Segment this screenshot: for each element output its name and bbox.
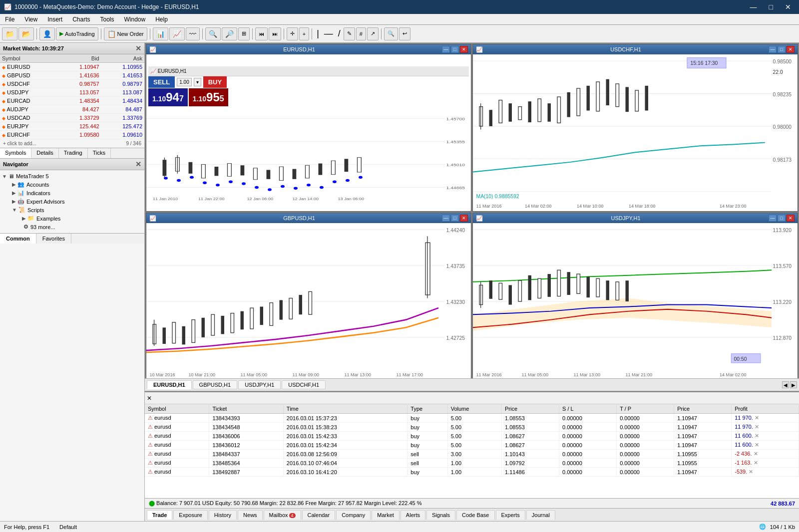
toolbar-scroll-right[interactable]: ⏭ [269,27,281,40]
trade-row[interactable]: ⚠eurusd 138492887 2016.03.10 16:41:20 bu… [145,468,799,477]
mw-tab-details[interactable]: Details [31,148,59,158]
chart-usdjpy-min[interactable]: — [769,215,777,222]
bottom-tab-signals[interactable]: Signals [426,510,455,520]
trade-close-btn[interactable]: ✕ [755,415,759,421]
chart-eurusd-close[interactable]: ✕ [460,46,468,53]
bottom-tab-codebase[interactable]: Code Base [456,510,494,520]
nav-tab-common[interactable]: Common [0,234,36,244]
close-button[interactable]: ✕ [781,2,795,12]
mw-row[interactable]: ◆ USDJPY 113.057 113.087 [0,88,144,97]
bottom-tab-exposure[interactable]: Exposure [173,510,207,520]
trade-row[interactable]: ⚠eurusd 138436006 2016.03.01 15:42:33 bu… [145,432,799,441]
chart-eurusd-max[interactable]: □ [451,46,459,53]
mw-row[interactable]: ◆ USDCHF 0.98757 0.98797 [0,80,144,88]
chart-gbpusd-close[interactable]: ✕ [460,215,468,222]
trade-close-btn[interactable]: ✕ [755,433,759,439]
chart-tab-usdchf[interactable]: USDCHF,H1 [282,380,326,389]
toolbar-search[interactable]: 🔍 [384,27,398,40]
mw-row[interactable]: ◆ GBPUSD 1.41636 1.41653 [0,71,144,80]
chart-tab-next[interactable]: ▶ [790,381,797,388]
mw-row[interactable]: ◆ EURCAD 1.48354 1.48434 [0,97,144,105]
chart-gbpusd-min[interactable]: — [442,215,450,222]
trade-close-btn[interactable]: ✕ [749,469,753,475]
chart-usdjpy-body[interactable]: 113.920 113.570 113.220 112.870 [473,223,798,378]
mw-row[interactable]: ◆ EURJPY 125.442 125.472 [0,122,144,131]
navigator-close[interactable]: ✕ [135,160,141,168]
mw-row[interactable]: ◆ USDCAD 1.33729 1.33769 [0,114,144,122]
menu-window[interactable]: Window [119,15,151,24]
trade-close-btn[interactable]: ✕ [755,442,759,448]
toolbar-new-chart[interactable]: 📁 [2,27,17,40]
nav-experts[interactable]: ▶ 🤖 Expert Advisors [12,197,142,206]
chart-tab-usdjpy[interactable]: USDJPY,H1 [238,380,281,389]
sell-button[interactable]: SELL [148,76,175,88]
toolbar-autotrading[interactable]: ▶ AutoTrading [56,27,98,40]
bottom-tab-history[interactable]: History [209,510,237,520]
buy-button[interactable]: BUY [203,76,227,88]
mw-row[interactable]: ◆ EURCHF 1.09580 1.09610 [0,131,144,139]
mw-tab-symbols[interactable]: Symbols [0,148,31,158]
trade-close-btn[interactable]: ✕ [754,460,758,466]
maximize-button[interactable]: □ [765,2,777,12]
toolbar-draw2[interactable]: # [356,27,366,40]
toolbar-profiles[interactable]: 👤 [39,27,55,40]
nav-tab-favorites[interactable]: Favorites [36,234,71,244]
toolbar-zoom-out[interactable]: 🔎 [222,27,237,40]
mw-tab-ticks[interactable]: Ticks [88,148,111,158]
trade-row[interactable]: ⚠eurusd 138434393 2016.03.01 15:37:23 bu… [145,414,799,423]
mw-row[interactable]: ◆ EURUSD 1.10947 1.10955 [0,63,144,71]
nav-root[interactable]: ▼ 🖥 MetaTrader 5 [2,172,142,180]
chart-usdchf-body[interactable]: 0.98500 0.98235 0.98000 0.98173 [473,54,798,211]
toolbar-chart-type2[interactable]: 📈 [169,27,185,40]
nav-indicators[interactable]: ▶ 📊 Indicators [12,189,142,197]
toolbar-chart-grid[interactable]: ⊞ [238,27,250,40]
toolbar-fibo[interactable]: ↗ [367,27,379,40]
toolbar-chart-type1[interactable]: 📊 [153,27,168,40]
chart-gbpusd-body[interactable]: 1.44240 1.43735 1.43230 1.42725 [146,223,471,378]
chart-usdjpy-max[interactable]: □ [778,215,786,222]
toolbar-undo[interactable]: ↩ [399,27,410,40]
nav-scripts[interactable]: ▼ 📜 Scripts [12,206,142,214]
menu-help[interactable]: Help [150,15,173,24]
trade-close-btn[interactable]: ✕ [754,451,758,457]
toolbar-draw[interactable]: ✎ [344,27,355,40]
menu-insert[interactable]: Insert [42,15,67,24]
bottom-tab-alerts[interactable]: Alerts [400,510,425,520]
bottom-tab-trade[interactable]: Trade [147,510,172,520]
chart-eurusd-min[interactable]: — [442,46,450,53]
trade-row[interactable]: ⚠eurusd 138434548 2016.03.01 15:38:23 bu… [145,423,799,432]
toolbar-crosshair[interactable]: ✛ [287,27,298,40]
menu-file[interactable]: File [0,15,19,24]
menu-tools[interactable]: Tools [95,15,119,24]
toolbar-zoom-in[interactable]: 🔍 [205,27,221,40]
toolbar-objects[interactable]: + [299,27,309,40]
chart-usdchf-max[interactable]: □ [778,46,786,53]
nav-accounts[interactable]: ▶ 👥 Accounts [12,180,142,189]
qty-arrow[interactable]: ▾ [194,78,201,86]
chart-usdchf-min[interactable]: — [769,46,777,53]
chart-usdchf-close[interactable]: ✕ [787,46,795,53]
bottom-tab-calendar[interactable]: Calendar [302,510,336,520]
market-watch-close[interactable]: ✕ [135,44,141,52]
trade-row[interactable]: ⚠eurusd 138484337 2016.03.08 12:56:09 se… [145,450,799,459]
minimize-button[interactable]: — [746,2,761,12]
toolbar-chart-type3[interactable]: 〰 [186,27,200,40]
chart-tab-eurusd[interactable]: EURUSD,H1 [147,380,192,389]
bottom-tab-news[interactable]: News [238,510,263,520]
toolbar-new-order[interactable]: 📋 New Order [104,27,147,40]
nav-more[interactable]: ⚙ 93 more... [22,223,142,231]
trade-row[interactable]: ⚠eurusd 138485364 2016.03.10 07:46:04 se… [145,459,799,468]
bottom-panel-close[interactable]: ✕ [147,395,152,402]
bottom-tab-market[interactable]: Market [372,510,400,520]
chart-usdjpy-close[interactable]: ✕ [787,215,795,222]
chart-gbpusd-max[interactable]: □ [451,215,459,222]
nav-examples[interactable]: ▶ 📁 Examples [22,214,142,223]
trade-row[interactable]: ⚠eurusd 138436012 2016.03.01 15:42:34 bu… [145,441,799,450]
click-to-add[interactable]: + click to add... [3,141,36,146]
bottom-tab-mailbox[interactable]: Mailbox4 [264,510,301,520]
toolbar-open[interactable]: 📂 [18,27,34,40]
bottom-tab-company[interactable]: Company [336,510,371,520]
menu-charts[interactable]: Charts [67,15,95,24]
chart-tab-gbpusd[interactable]: GBPUSD,H1 [193,380,238,389]
menu-view[interactable]: View [19,15,42,24]
